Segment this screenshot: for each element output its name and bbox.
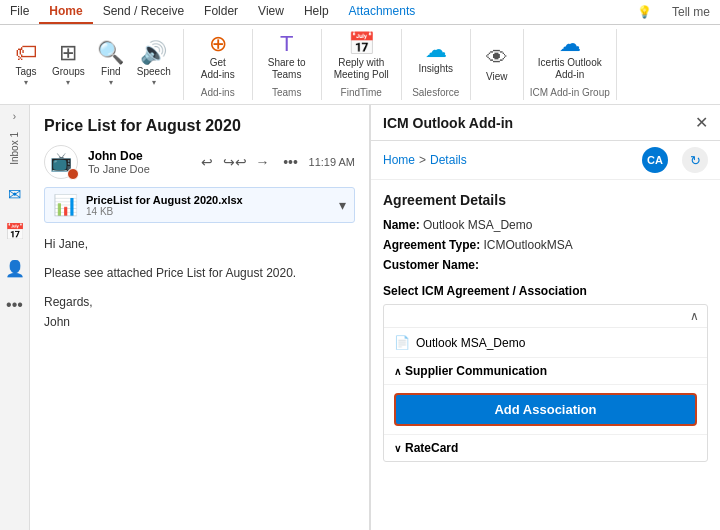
find-chevron: ▾: [109, 78, 113, 87]
refresh-icon[interactable]: ↻: [682, 147, 708, 173]
speech-button[interactable]: 🔊 Speech ▾: [131, 38, 177, 91]
supplier-group-chevron: ∧: [394, 366, 401, 377]
icertis-icon: ☁: [559, 33, 581, 55]
name-label: Name:: [383, 218, 420, 232]
list-group-ratecard[interactable]: ∨ RateCard: [384, 435, 707, 461]
sidebar: › Inbox 1 ✉ 📅 👤 •••: [0, 105, 30, 530]
icm-group-label: ICM Add-in Group: [530, 87, 610, 100]
reply-meeting-button[interactable]: 📅 Reply withMeeting Poll: [328, 29, 395, 85]
avatar-badge: [67, 168, 79, 180]
tab-help[interactable]: Help: [294, 0, 339, 24]
email-body-main: Please see attached Price List for Augus…: [44, 264, 355, 283]
email-signature: John: [44, 313, 355, 332]
ribbon-group-view: 👁 View: [471, 29, 524, 100]
email-time: 11:19 AM: [309, 156, 355, 168]
icertis-button[interactable]: ☁ Icertis OutlookAdd-in: [532, 29, 608, 85]
list-group-supplier[interactable]: ∧ Supplier Communication: [384, 358, 707, 385]
salesforce-group-label: Salesforce: [412, 87, 459, 100]
lightbulb-icon: 💡: [627, 0, 662, 24]
ribbon-content: 🏷 Tags ▾ ⊞ Groups ▾ 🔍 Find ▾ 🔊 Speech: [0, 25, 720, 104]
select-association-label: Select ICM Agreement / Association: [383, 284, 708, 298]
find-label: Find: [101, 66, 120, 78]
sidebar-collapse[interactable]: ›: [13, 111, 16, 122]
icm-header: ICM Outlook Add-in ✕: [371, 105, 720, 141]
view-label: View: [486, 71, 508, 83]
sidebar-icons: ✉ 📅 👤 •••: [5, 185, 25, 314]
speech-icon: 🔊: [140, 42, 167, 64]
tab-home[interactable]: Home: [39, 0, 92, 24]
to-label: To: [88, 163, 100, 175]
more-actions-button[interactable]: •••: [279, 150, 303, 174]
view-button[interactable]: 👁 View: [477, 43, 517, 87]
tell-me[interactable]: Tell me: [662, 0, 720, 24]
icm-field-customer: Customer Name:: [383, 258, 708, 272]
user-avatar: CA: [642, 147, 668, 173]
tab-attachments[interactable]: Attachments: [339, 0, 426, 24]
customer-label: Customer Name:: [383, 258, 479, 272]
list-item-label: Outlook MSA_Demo: [416, 336, 525, 350]
tags-label: Tags: [15, 66, 36, 78]
sidebar-icon-people[interactable]: 👤: [5, 259, 25, 278]
groups-icon: ⊞: [59, 42, 77, 64]
sidebar-icon-calendar[interactable]: 📅: [5, 222, 25, 241]
icertis-label: Icertis OutlookAdd-in: [538, 57, 602, 81]
name-value: Outlook MSA_Demo: [423, 218, 532, 232]
find-button[interactable]: 🔍 Find ▾: [91, 38, 131, 91]
attachment: 📊 PriceList for August 2020.xlsx 14 KB ▾: [44, 187, 355, 223]
sidebar-icon-email[interactable]: ✉: [8, 185, 21, 204]
teams-group-label: Teams: [272, 87, 301, 100]
add-association-button[interactable]: Add Association: [394, 393, 697, 426]
excel-icon: 📊: [53, 193, 78, 217]
ribbon-group-salesforce: ☁ Agreement Details Insights Salesforce: [402, 29, 471, 100]
tab-send-receive[interactable]: Send / Receive: [93, 0, 194, 24]
attachment-size: 14 KB: [86, 206, 339, 217]
groups-button[interactable]: ⊞ Groups ▾: [46, 38, 91, 91]
forward-button[interactable]: →: [251, 150, 275, 174]
breadcrumb-details[interactable]: Details: [430, 153, 467, 167]
groups-label: Groups: [52, 66, 85, 78]
email-panel: Price List for August 2020 📺 John Doe To…: [30, 105, 370, 530]
meeting-poll-icon: 📅: [348, 33, 375, 55]
add-association-wrapper: Add Association: [384, 385, 707, 435]
supplier-group-label: Supplier Communication: [405, 364, 547, 378]
email-meta: John Doe To Jane Doe: [88, 149, 187, 175]
icm-title: ICM Outlook Add-in: [383, 115, 513, 131]
type-value: ICMOutlookMSA: [483, 238, 572, 252]
recipient: To Jane Doe: [88, 163, 187, 175]
ribbon-group-basic: 🏷 Tags ▾ ⊞ Groups ▾ 🔍 Find ▾ 🔊 Speech: [0, 29, 184, 100]
list-item-outlook-msa[interactable]: 📄 Outlook MSA_Demo: [384, 328, 707, 358]
reply-button[interactable]: ↩: [195, 150, 219, 174]
addins-group-label: Add-ins: [201, 87, 235, 100]
icm-field-name: Name: Outlook MSA_Demo: [383, 218, 708, 232]
get-addins-button[interactable]: ⊕ GetAdd-ins: [190, 29, 246, 85]
tab-folder[interactable]: Folder: [194, 0, 248, 24]
tags-chevron: ▾: [24, 78, 28, 87]
view-icon: 👁: [486, 47, 508, 69]
email-body: Hi Jane, Please see attached Price List …: [44, 235, 355, 332]
dropdown-chevron-up[interactable]: ∧: [690, 309, 699, 323]
ribbon-group-icm: ☁ Icertis OutlookAdd-in ICM Add-in Group: [524, 29, 617, 100]
icm-panel: ICM Outlook Add-in ✕ Home > Details CA ↻…: [370, 105, 720, 530]
get-addins-icon: ⊕: [209, 33, 227, 55]
groups-chevron: ▾: [66, 78, 70, 87]
insights-label2: Insights: [419, 63, 453, 75]
avatar: 📺: [44, 145, 78, 179]
attachment-chevron[interactable]: ▾: [339, 197, 346, 213]
breadcrumb-home[interactable]: Home: [383, 153, 415, 167]
icm-breadcrumb: Home > Details CA ↻: [371, 141, 720, 180]
ribbon-group-addins: ⊕ GetAdd-ins Add-ins: [184, 29, 253, 100]
recipient-name: Jane Doe: [103, 163, 150, 175]
reply-all-button[interactable]: ↪↩: [223, 150, 247, 174]
tags-button[interactable]: 🏷 Tags ▾: [6, 38, 46, 91]
type-label: Agreement Type:: [383, 238, 480, 252]
sidebar-inbox-label: Inbox 1: [9, 132, 20, 165]
get-addins-label: GetAdd-ins: [201, 57, 235, 81]
sidebar-icon-more[interactable]: •••: [6, 296, 23, 314]
insights-button[interactable]: ☁ Agreement Details Insights: [408, 35, 464, 79]
tab-view[interactable]: View: [248, 0, 294, 24]
find-icon: 🔍: [97, 42, 124, 64]
email-actions: ↩ ↪↩ → •••: [195, 150, 303, 174]
tab-file[interactable]: File: [0, 0, 39, 24]
close-icon[interactable]: ✕: [695, 113, 708, 132]
share-teams-button[interactable]: T Share toTeams: [259, 29, 315, 85]
